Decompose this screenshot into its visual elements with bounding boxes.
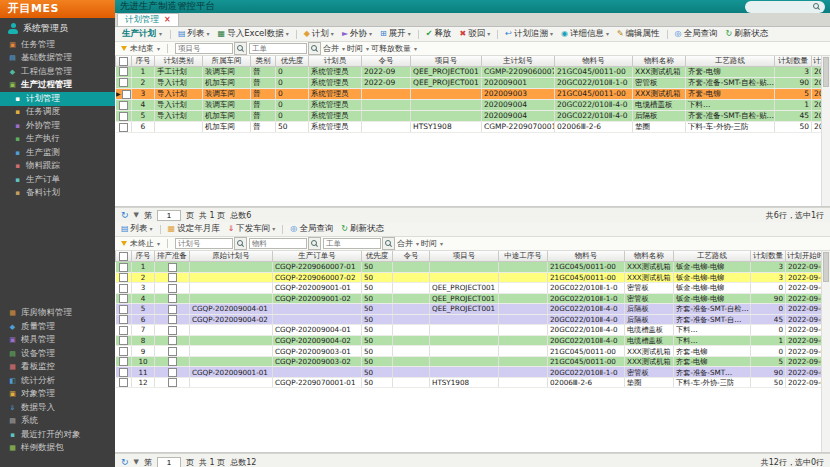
merge-filter[interactable]: 合并▾ [323,43,345,54]
column-header[interactable]: 项目号 [430,251,499,262]
edit-properties-button[interactable]: ✎编辑属性 [614,27,663,41]
sidebar-item-recent-objects[interactable]: ▪最近打开的对象 [0,428,115,442]
column-header[interactable]: 计划数量 [775,56,812,67]
table-row[interactable]: 4CGQP-202009001-0250QEE_PROJECT00120GC02… [116,293,822,304]
table-row[interactable]: 5CGQP-202009004-0150QEE_PROJECT00120GC02… [116,304,822,315]
column-header[interactable]: 物料名称 [633,56,686,67]
schedule-prep-checkbox[interactable] [168,368,177,377]
row-checkbox[interactable] [119,284,128,293]
sidebar-item-data-import[interactable]: ⇓数据导入 [0,401,115,415]
table-row[interactable]: 2导入计划机加车间普0系统管理员2022-09QEE_PROJECT001202… [116,78,822,89]
column-header[interactable]: 物料号 [555,56,633,67]
column-header[interactable]: 计划类别 [155,56,203,67]
column-header[interactable]: 优先度 [362,251,393,262]
column-header[interactable]: 生产订单号 [273,251,362,262]
header-search-input[interactable] [749,1,810,12]
global-search-button[interactable]: ◎全局查询 [672,27,721,41]
refresh-status-button[interactable]: ↻刷新状态 [723,27,772,41]
row-checkbox[interactable] [119,294,128,303]
set-year-month-button[interactable]: ▦设定年月库 [165,222,223,236]
page-number-input[interactable] [157,210,181,221]
sidebar-item-kanban-monitor[interactable]: ▦看板监控 [0,361,115,375]
import-excel-button[interactable]: ▦导入Excel数据▾ [215,27,292,41]
sidebar-item-quality-mgmt[interactable]: ◆质量管理 [0,320,115,334]
column-header[interactable]: 计划数量 [751,251,786,262]
list-button[interactable]: ▤列表▾ [118,222,156,236]
column-header[interactable]: 令号 [362,56,411,67]
schedule-prep-checkbox[interactable] [168,273,177,282]
sidebar-item-mold-mgmt[interactable]: ▣模具管理 [0,334,115,348]
list-button[interactable]: ▤列表▾ [175,27,213,41]
sidebar-item-material-tracking[interactable]: ▪物料跟踪 [0,160,115,174]
column-header[interactable]: 优先度 [276,56,309,67]
sidebar-item-production-monitoring[interactable]: ▪生产监测 [0,146,115,160]
row-checkbox[interactable] [119,326,128,335]
row-checkbox[interactable] [119,315,128,324]
column-header[interactable]: 计划员 [309,56,362,67]
schedule-prep-checkbox[interactable] [168,357,177,366]
refresh-icon[interactable]: ↻ [121,211,129,220]
column-header[interactable]: 工艺路线 [686,56,775,67]
column-header[interactable]: 主计划号 [482,56,555,67]
refresh-icon[interactable]: ↻ [121,458,129,467]
column-header[interactable]: 物料号 [548,251,625,262]
sidebar-item-task-dispatch[interactable]: ▪任务调度 [0,106,115,120]
column-header[interactable]: 序号 [132,56,155,67]
reject-button[interactable]: ✖驳回▾ [456,27,493,41]
row-checkbox[interactable] [122,90,131,99]
search-icon[interactable] [234,42,247,55]
schedule-prep-checkbox[interactable] [168,315,177,324]
table-row[interactable]: 6CGQP-202009004-025020GC022/010Ⅱ-4-0后隔板齐… [116,314,822,325]
row-checkbox[interactable] [119,347,128,356]
sidebar-item-base-data-mgmt[interactable]: ▤基础数据管理 [0,52,115,66]
schedule-prep-checkbox[interactable] [168,284,177,293]
vertical-scrollbar[interactable] [821,251,830,452]
sidebar-item-equipment-mgmt[interactable]: ▤设备管理 [0,347,115,361]
table-row[interactable]: 9CGQP-202009003-015021GC045/0011-00XXX测试… [116,346,822,357]
table-row[interactable]: 6机加车间普50系统管理员HTSY1908CGMP-22090700010200… [116,122,822,133]
table-row[interactable]: 8CGQP-202009004-025020GC022/010Ⅱ-4-0电缆槽盖… [116,335,822,346]
outsource-button[interactable]: ►外协▾ [339,27,375,41]
sidebar-item-material-prep-plan[interactable]: ▪备料计划 [0,187,115,201]
sidebar-item-object-mgmt[interactable]: ▣对象管理 [0,388,115,402]
plan-trace-button[interactable]: ↩计划追溯▾ [502,27,556,41]
dispatch-workshop-button[interactable]: ⇓下发车间▾ [225,222,279,236]
plan-no-input[interactable] [175,238,233,249]
row-checkbox[interactable] [119,378,128,387]
table-row[interactable]: 1手工计划装调车间普0系统管理员2022-09QEE_PROJECT001CGM… [116,67,822,78]
sidebar-item-plan-mgmt[interactable]: ▪计划管理 [0,92,115,106]
schedule-prep-checkbox[interactable] [168,326,177,335]
row-checkbox[interactable] [119,263,128,272]
row-checkbox[interactable] [119,305,128,314]
row-checkbox[interactable] [119,112,128,121]
sidebar-item-statistics-analysis[interactable]: ◧统计分析 [0,374,115,388]
table-row[interactable]: 5导入计划机加车间普0系统管理员20200900420GC022/010Ⅱ-4-… [116,111,822,122]
column-header[interactable]: 所属车间 [203,56,251,67]
plan-type-select[interactable]: 生产计划 ▾ [118,28,166,40]
global-search-button[interactable]: ◎全局查询 [287,222,336,236]
scrollbar-thumb[interactable] [823,252,829,282]
column-header[interactable]: 原始计划号 [190,251,273,262]
work-order-input[interactable] [323,238,381,249]
schedule-prep-checkbox[interactable] [168,336,177,345]
time-filter[interactable]: 时间▾ [347,43,369,54]
material-input[interactable] [249,238,307,249]
select-all-checkbox[interactable] [119,252,128,261]
table-row[interactable]: 7CGQP-202009004-015020GC022/010Ⅱ-4-0电缆槽盖… [116,325,822,336]
sidebar-item-production-execution[interactable]: ▪生产执行 [0,133,115,147]
row-checkbox[interactable] [119,273,128,282]
releasable-qty-filter[interactable]: 可释放数量▾ [371,43,417,54]
row-checkbox[interactable] [119,357,128,366]
search-icon[interactable] [308,42,321,55]
sidebar-item-system[interactable]: ▤系统 [0,415,115,429]
row-checkbox[interactable] [119,123,128,132]
column-header[interactable]: 中途工序号 [499,251,548,262]
table-row[interactable]: ▶3导入计划装调车间普0系统管理员20200900321GC045/0011-0… [116,89,822,100]
table-row[interactable]: 3CGQP-202009001-0150QEE_PROJECT00120GC02… [116,283,822,294]
search-icon[interactable] [234,237,247,250]
refresh-status-button[interactable]: ↻刷新状态 [338,222,387,236]
row-checkbox[interactable] [119,67,128,76]
work-order-input[interactable] [249,43,307,54]
status-filter[interactable]: 未结束 ▾ [121,43,160,54]
column-header[interactable]: 令号 [393,251,430,262]
